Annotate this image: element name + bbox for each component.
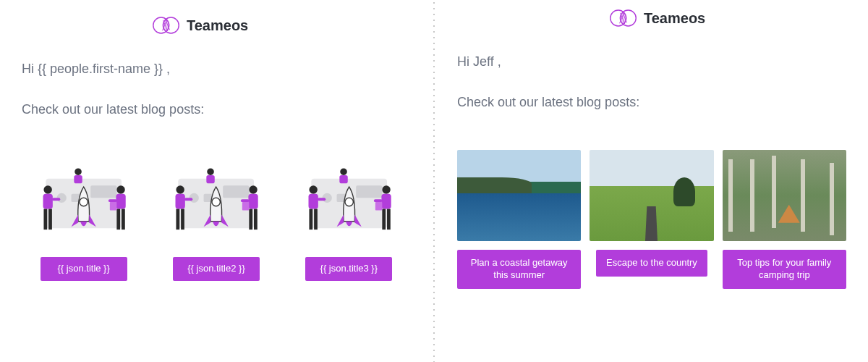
svg-rect-11 (43, 194, 53, 209)
svg-point-27 (212, 198, 220, 206)
svg-rect-54 (381, 194, 391, 209)
svg-point-45 (345, 198, 353, 206)
intro-text: Check out our latest blog posts: (22, 102, 411, 117)
svg-rect-12 (43, 209, 47, 230)
svg-point-24 (190, 193, 199, 203)
svg-rect-38 (254, 209, 258, 230)
svg-rect-18 (116, 194, 125, 209)
svg-rect-21 (109, 199, 116, 202)
blog-card-image (287, 157, 411, 248)
svg-rect-48 (309, 209, 312, 230)
svg-rect-32 (184, 198, 192, 201)
blog-cards-row: Plan a coastal getaway this summer Escap… (457, 150, 846, 289)
svg-rect-37 (250, 209, 253, 230)
svg-rect-19 (116, 209, 120, 230)
svg-rect-22 (110, 202, 117, 210)
blog-cards-row: {{ json.title }} (22, 157, 411, 281)
svg-rect-8 (90, 185, 116, 198)
brand-logo-icon (152, 14, 181, 36)
svg-point-33 (208, 168, 215, 175)
greeting-text: Hi Jeff , (457, 54, 846, 70)
svg-point-51 (340, 168, 347, 175)
greeting-text: Hi {{ people.first-name }} , (22, 62, 411, 77)
brand-logo-icon (609, 7, 638, 29)
svg-rect-36 (249, 194, 258, 209)
svg-point-42 (322, 193, 331, 203)
svg-rect-52 (339, 175, 347, 183)
blog-card-image (154, 157, 278, 248)
svg-point-17 (116, 185, 124, 193)
blog-card: {{ json.title2 }} (154, 157, 278, 281)
blog-card: Plan a coastal getaway this summer (457, 150, 581, 289)
svg-rect-13 (48, 209, 52, 230)
blog-card-title-button[interactable]: Plan a coastal getaway this summer (457, 250, 581, 289)
brand-logo: Teameos (152, 14, 411, 36)
blog-card-image (22, 157, 145, 248)
svg-point-46 (309, 185, 317, 193)
svg-rect-40 (242, 202, 250, 210)
svg-rect-57 (374, 199, 382, 202)
email-template-panel: Teameos Hi {{ people.first-name }} , Che… (0, 0, 433, 362)
blog-card: Top tips for your family camping trip (723, 150, 846, 289)
intro-text: Check out our latest blog posts: (457, 95, 846, 110)
brand-logo: Teameos (609, 7, 846, 29)
svg-point-6 (57, 193, 67, 203)
svg-rect-31 (181, 209, 184, 230)
blog-card: {{ json.title }} (22, 157, 145, 281)
blog-card-title-button[interactable]: Escape to the country (596, 250, 707, 277)
blog-card-title-button[interactable]: Top tips for your family camping trip (723, 250, 846, 289)
blog-card-title-button[interactable]: {{ json.title2 }} (173, 257, 260, 281)
svg-rect-39 (241, 199, 249, 202)
svg-rect-20 (122, 209, 125, 230)
svg-rect-30 (176, 209, 180, 230)
svg-rect-16 (74, 175, 82, 183)
svg-rect-34 (207, 175, 215, 183)
brand-name: Teameos (187, 17, 248, 34)
blog-card-title-button[interactable]: {{ json.title3 }} (305, 257, 392, 281)
email-rendered-panel: Teameos Hi Jeff , Check out our latest b… (435, 0, 868, 362)
svg-rect-55 (382, 209, 386, 230)
svg-rect-49 (314, 209, 318, 230)
svg-point-53 (382, 185, 390, 193)
svg-point-15 (75, 168, 82, 175)
svg-rect-50 (318, 198, 326, 201)
svg-rect-26 (224, 185, 250, 198)
svg-point-9 (80, 198, 88, 206)
blog-card-image (590, 150, 713, 241)
blog-card-image (457, 150, 581, 241)
svg-rect-29 (176, 194, 185, 209)
svg-rect-14 (52, 198, 60, 201)
blog-card-image (723, 150, 846, 241)
svg-rect-47 (308, 194, 318, 209)
blog-card: Escape to the country (590, 150, 713, 289)
svg-rect-58 (375, 202, 382, 210)
svg-rect-56 (387, 209, 391, 230)
svg-point-10 (43, 185, 51, 193)
blog-card: {{ json.title3 }} (287, 157, 411, 281)
brand-name: Teameos (644, 10, 705, 27)
svg-point-28 (176, 185, 184, 193)
svg-point-35 (250, 185, 258, 193)
blog-card-title-button[interactable]: {{ json.title }} (41, 257, 127, 281)
svg-rect-44 (356, 185, 382, 198)
